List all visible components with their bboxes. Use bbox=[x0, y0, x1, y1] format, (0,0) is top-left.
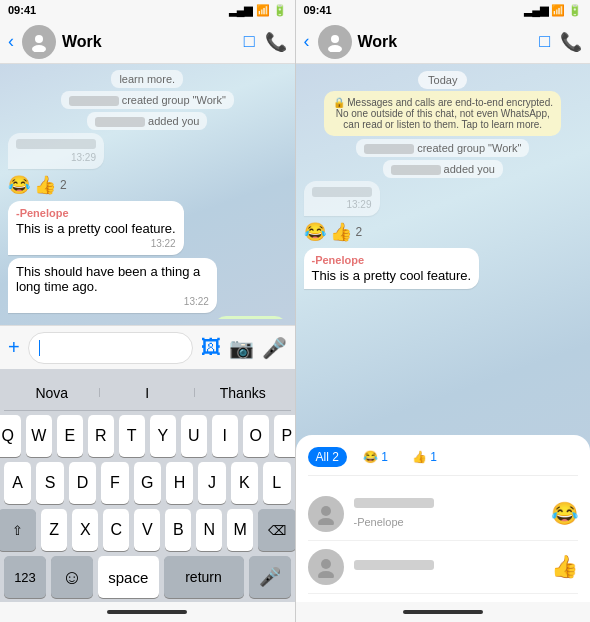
key-row-3: ⇧ Z X C V B N M ⌫ bbox=[4, 509, 291, 551]
key-c[interactable]: C bbox=[103, 509, 129, 551]
blurred-right-2 bbox=[391, 165, 441, 175]
phone-icon-right[interactable]: 📞 bbox=[560, 31, 582, 53]
key-s[interactable]: S bbox=[36, 462, 63, 504]
battery-icon: 🔋 bbox=[273, 4, 287, 17]
system-created-right: created group "Work" bbox=[356, 139, 529, 157]
home-bar-left bbox=[107, 610, 187, 614]
key-g[interactable]: G bbox=[134, 462, 161, 504]
key-o[interactable]: O bbox=[243, 415, 269, 457]
reaction-emoji-2: 👍 bbox=[551, 554, 578, 580]
signal-icon: ▂▄▆ bbox=[229, 4, 253, 17]
keyboard: Nova I Thanks Q W E R T Y U I O P A S D … bbox=[0, 369, 295, 602]
key-r[interactable]: R bbox=[88, 415, 114, 457]
key-y[interactable]: Y bbox=[150, 415, 176, 457]
video-icon-right[interactable]: □ bbox=[539, 31, 550, 52]
key-bottom-row: 123 ☺ space return 🎤 bbox=[4, 556, 291, 598]
reaction-tab-thumbs[interactable]: 👍 1 bbox=[404, 447, 445, 467]
msg-preview-penelope: -Penelope This is a pretty cool feature. bbox=[304, 248, 480, 289]
key-q[interactable]: Q bbox=[0, 415, 21, 457]
key-row-2: A S D F G H J K L bbox=[4, 462, 291, 504]
camera-icon[interactable]: 📷 bbox=[229, 336, 254, 360]
home-indicator-right bbox=[296, 602, 591, 622]
added-text: added you bbox=[148, 115, 199, 127]
key-e[interactable]: E bbox=[57, 415, 83, 457]
key-x[interactable]: X bbox=[72, 509, 98, 551]
svg-point-5 bbox=[318, 518, 334, 525]
key-t[interactable]: T bbox=[119, 415, 145, 457]
key-i[interactable]: I bbox=[212, 415, 238, 457]
key-a[interactable]: A bbox=[4, 462, 31, 504]
reaction-username-2 bbox=[354, 560, 434, 570]
sticker-icon[interactable]: 🖼 bbox=[201, 336, 221, 359]
key-b[interactable]: B bbox=[165, 509, 191, 551]
back-button-right[interactable]: ‹ bbox=[304, 31, 310, 52]
emoji-right-1: 😂 bbox=[304, 221, 326, 243]
keyboard-suggestions: Nova I Thanks bbox=[4, 375, 291, 411]
key-h[interactable]: H bbox=[166, 462, 193, 504]
home-indicator-left bbox=[0, 602, 295, 622]
emoji-pray: 👍 bbox=[34, 174, 56, 196]
plus-icon[interactable]: + bbox=[8, 336, 20, 359]
key-m[interactable]: M bbox=[227, 509, 253, 551]
right-panel: 09:41 ▂▄▆ 📶 🔋 ‹ Work □ 📞 Today 🔒 Message… bbox=[296, 0, 591, 622]
key-mic-bottom[interactable]: 🎤 bbox=[249, 556, 291, 598]
key-f[interactable]: F bbox=[101, 462, 128, 504]
key-l[interactable]: L bbox=[263, 462, 290, 504]
chat-header-left: ‹ Work □ 📞 bbox=[0, 20, 295, 64]
key-z[interactable]: Z bbox=[41, 509, 67, 551]
chat-title-left[interactable]: Work bbox=[62, 33, 238, 51]
reaction-tab-all[interactable]: All 2 bbox=[308, 447, 347, 467]
chat-title-right[interactable]: Work bbox=[358, 33, 534, 51]
wifi-icon-right: 📶 bbox=[551, 4, 565, 17]
emoji-fire: 😂 bbox=[8, 174, 30, 196]
today-label: Today bbox=[418, 71, 467, 89]
msg2-text: This should have been a thing a long tim… bbox=[16, 264, 200, 294]
msg-time-blurred: 13:29 bbox=[16, 152, 96, 163]
cursor bbox=[39, 340, 41, 356]
key-space[interactable]: space bbox=[98, 556, 159, 598]
reaction-emoji-1: 😂 bbox=[551, 501, 578, 527]
reaction-username-1 bbox=[354, 498, 434, 508]
system-msg-created: created group "Work" bbox=[61, 91, 234, 109]
status-bar-right: 09:41 ▂▄▆ 📶 🔋 bbox=[296, 0, 591, 20]
reaction-tab-laugh[interactable]: 😂 1 bbox=[355, 447, 396, 467]
key-delete[interactable]: ⌫ bbox=[258, 509, 294, 551]
status-icons-right: ▂▄▆ 📶 🔋 bbox=[524, 4, 582, 17]
phone-icon[interactable]: 📞 bbox=[265, 31, 287, 53]
emoji-row: 😂 👍 2 bbox=[8, 172, 67, 198]
emoji-right-2: 👍 bbox=[330, 221, 352, 243]
suggestion-3[interactable]: Thanks bbox=[195, 385, 291, 401]
left-panel: 09:41 ▂▄▆ 📶 🔋 ‹ Work □ 📞 learn more. cre… bbox=[0, 0, 295, 622]
key-123[interactable]: 123 bbox=[4, 556, 46, 598]
blurred-right-1 bbox=[364, 144, 414, 154]
key-u[interactable]: U bbox=[181, 415, 207, 457]
key-w[interactable]: W bbox=[26, 415, 52, 457]
key-v[interactable]: V bbox=[134, 509, 160, 551]
suggestion-2[interactable]: I bbox=[100, 385, 196, 401]
message-input[interactable] bbox=[28, 332, 193, 364]
battery-icon-right: 🔋 bbox=[568, 4, 582, 17]
video-icon[interactable]: □ bbox=[244, 31, 255, 52]
key-j[interactable]: J bbox=[198, 462, 225, 504]
key-d[interactable]: D bbox=[69, 462, 96, 504]
emoji-row-right: 😂 👍 2 bbox=[304, 219, 363, 245]
key-row-1: Q W E R T Y U I O P bbox=[4, 415, 291, 457]
key-k[interactable]: K bbox=[231, 462, 258, 504]
suggestion-1[interactable]: Nova bbox=[4, 385, 100, 401]
chat-messages-left: learn more. created group "Work" added y… bbox=[8, 70, 287, 319]
today-badge: Today bbox=[418, 70, 467, 88]
mic-icon[interactable]: 🎤 bbox=[262, 336, 287, 360]
reaction-avatar-1 bbox=[308, 496, 344, 532]
sender-penelope: -Penelope bbox=[16, 207, 176, 219]
key-return[interactable]: return bbox=[164, 556, 244, 598]
key-n[interactable]: N bbox=[196, 509, 222, 551]
time-left: 09:41 bbox=[8, 4, 36, 16]
key-p[interactable]: P bbox=[274, 415, 295, 457]
key-shift[interactable]: ⇧ bbox=[0, 509, 36, 551]
back-button[interactable]: ‹ bbox=[8, 31, 14, 52]
security-notice: 🔒 Messages and calls are end-to-end encr… bbox=[324, 91, 561, 136]
reaction-user-1: -Penelope 😂 bbox=[308, 488, 579, 541]
key-emoji[interactable]: ☺ bbox=[51, 556, 93, 598]
svg-point-1 bbox=[32, 45, 46, 52]
blurred-bubble-right: 13:29 bbox=[304, 181, 380, 216]
